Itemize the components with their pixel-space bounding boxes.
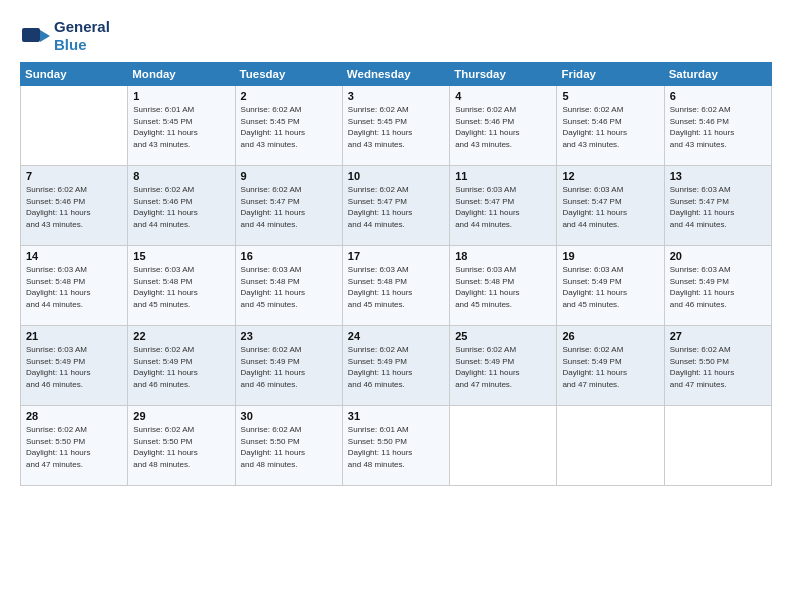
day-number: 20: [670, 250, 766, 262]
day-info: Sunrise: 6:02 AM Sunset: 5:47 PM Dayligh…: [241, 184, 337, 230]
day-info: Sunrise: 6:02 AM Sunset: 5:45 PM Dayligh…: [241, 104, 337, 150]
svg-marker-1: [40, 30, 50, 42]
day-number: 10: [348, 170, 444, 182]
calendar-week-4: 21Sunrise: 6:03 AM Sunset: 5:49 PM Dayli…: [21, 326, 772, 406]
logo-text-general: General: [54, 18, 110, 35]
day-number: 15: [133, 250, 229, 262]
calendar-cell: 22Sunrise: 6:02 AM Sunset: 5:49 PM Dayli…: [128, 326, 235, 406]
day-number: 30: [241, 410, 337, 422]
weekday-header-monday: Monday: [128, 63, 235, 86]
calendar-cell: 3Sunrise: 6:02 AM Sunset: 5:45 PM Daylig…: [342, 86, 449, 166]
weekday-header-thursday: Thursday: [450, 63, 557, 86]
day-number: 8: [133, 170, 229, 182]
day-info: Sunrise: 6:02 AM Sunset: 5:49 PM Dayligh…: [455, 344, 551, 390]
day-info: Sunrise: 6:02 AM Sunset: 5:49 PM Dayligh…: [241, 344, 337, 390]
day-number: 14: [26, 250, 122, 262]
calendar-cell: 18Sunrise: 6:03 AM Sunset: 5:48 PM Dayli…: [450, 246, 557, 326]
logo-text-blue: Blue: [54, 36, 87, 53]
day-number: 16: [241, 250, 337, 262]
calendar-cell: 1Sunrise: 6:01 AM Sunset: 5:45 PM Daylig…: [128, 86, 235, 166]
day-number: 13: [670, 170, 766, 182]
day-info: Sunrise: 6:03 AM Sunset: 5:49 PM Dayligh…: [562, 264, 658, 310]
day-info: Sunrise: 6:03 AM Sunset: 5:48 PM Dayligh…: [348, 264, 444, 310]
calendar-cell: 7Sunrise: 6:02 AM Sunset: 5:46 PM Daylig…: [21, 166, 128, 246]
calendar-cell: 31Sunrise: 6:01 AM Sunset: 5:50 PM Dayli…: [342, 406, 449, 486]
calendar-cell: 8Sunrise: 6:02 AM Sunset: 5:46 PM Daylig…: [128, 166, 235, 246]
day-number: 24: [348, 330, 444, 342]
day-info: Sunrise: 6:02 AM Sunset: 5:50 PM Dayligh…: [26, 424, 122, 470]
calendar-cell: [450, 406, 557, 486]
calendar-cell: 11Sunrise: 6:03 AM Sunset: 5:47 PM Dayli…: [450, 166, 557, 246]
calendar-cell: 14Sunrise: 6:03 AM Sunset: 5:48 PM Dayli…: [21, 246, 128, 326]
calendar-cell: 4Sunrise: 6:02 AM Sunset: 5:46 PM Daylig…: [450, 86, 557, 166]
calendar-cell: 24Sunrise: 6:02 AM Sunset: 5:49 PM Dayli…: [342, 326, 449, 406]
day-number: 3: [348, 90, 444, 102]
calendar-cell: 30Sunrise: 6:02 AM Sunset: 5:50 PM Dayli…: [235, 406, 342, 486]
calendar-cell: 25Sunrise: 6:02 AM Sunset: 5:49 PM Dayli…: [450, 326, 557, 406]
day-number: 12: [562, 170, 658, 182]
calendar-cell: 29Sunrise: 6:02 AM Sunset: 5:50 PM Dayli…: [128, 406, 235, 486]
day-number: 7: [26, 170, 122, 182]
day-number: 21: [26, 330, 122, 342]
day-info: Sunrise: 6:03 AM Sunset: 5:48 PM Dayligh…: [455, 264, 551, 310]
calendar-cell: 9Sunrise: 6:02 AM Sunset: 5:47 PM Daylig…: [235, 166, 342, 246]
day-number: 18: [455, 250, 551, 262]
calendar-cell: 10Sunrise: 6:02 AM Sunset: 5:47 PM Dayli…: [342, 166, 449, 246]
page: General Blue SundayMondayTuesdayWednesda…: [0, 0, 792, 612]
day-number: 5: [562, 90, 658, 102]
calendar-cell: 27Sunrise: 6:02 AM Sunset: 5:50 PM Dayli…: [664, 326, 771, 406]
weekday-header-wednesday: Wednesday: [342, 63, 449, 86]
calendar-cell: 28Sunrise: 6:02 AM Sunset: 5:50 PM Dayli…: [21, 406, 128, 486]
day-info: Sunrise: 6:02 AM Sunset: 5:47 PM Dayligh…: [348, 184, 444, 230]
day-number: 26: [562, 330, 658, 342]
day-number: 1: [133, 90, 229, 102]
calendar-cell: 26Sunrise: 6:02 AM Sunset: 5:49 PM Dayli…: [557, 326, 664, 406]
day-number: 31: [348, 410, 444, 422]
calendar-body: 1Sunrise: 6:01 AM Sunset: 5:45 PM Daylig…: [21, 86, 772, 486]
logo-icon: [20, 20, 52, 52]
day-number: 27: [670, 330, 766, 342]
day-info: Sunrise: 6:02 AM Sunset: 5:50 PM Dayligh…: [133, 424, 229, 470]
calendar-week-1: 1Sunrise: 6:01 AM Sunset: 5:45 PM Daylig…: [21, 86, 772, 166]
day-info: Sunrise: 6:02 AM Sunset: 5:49 PM Dayligh…: [562, 344, 658, 390]
calendar-cell: [21, 86, 128, 166]
calendar-cell: 23Sunrise: 6:02 AM Sunset: 5:49 PM Dayli…: [235, 326, 342, 406]
header: General Blue: [20, 18, 772, 54]
weekday-header-friday: Friday: [557, 63, 664, 86]
logo: General Blue: [20, 18, 110, 54]
calendar-week-2: 7Sunrise: 6:02 AM Sunset: 5:46 PM Daylig…: [21, 166, 772, 246]
day-number: 11: [455, 170, 551, 182]
calendar-cell: 12Sunrise: 6:03 AM Sunset: 5:47 PM Dayli…: [557, 166, 664, 246]
day-number: 4: [455, 90, 551, 102]
day-info: Sunrise: 6:03 AM Sunset: 5:48 PM Dayligh…: [26, 264, 122, 310]
day-number: 25: [455, 330, 551, 342]
day-number: 22: [133, 330, 229, 342]
day-info: Sunrise: 6:03 AM Sunset: 5:47 PM Dayligh…: [562, 184, 658, 230]
day-info: Sunrise: 6:03 AM Sunset: 5:49 PM Dayligh…: [26, 344, 122, 390]
day-info: Sunrise: 6:03 AM Sunset: 5:48 PM Dayligh…: [133, 264, 229, 310]
weekday-header-saturday: Saturday: [664, 63, 771, 86]
day-info: Sunrise: 6:02 AM Sunset: 5:49 PM Dayligh…: [348, 344, 444, 390]
calendar-table: SundayMondayTuesdayWednesdayThursdayFrid…: [20, 62, 772, 486]
calendar-cell: 5Sunrise: 6:02 AM Sunset: 5:46 PM Daylig…: [557, 86, 664, 166]
day-number: 6: [670, 90, 766, 102]
day-info: Sunrise: 6:02 AM Sunset: 5:50 PM Dayligh…: [241, 424, 337, 470]
weekday-header-sunday: Sunday: [21, 63, 128, 86]
day-info: Sunrise: 6:02 AM Sunset: 5:46 PM Dayligh…: [455, 104, 551, 150]
day-info: Sunrise: 6:03 AM Sunset: 5:48 PM Dayligh…: [241, 264, 337, 310]
calendar-cell: [664, 406, 771, 486]
day-info: Sunrise: 6:03 AM Sunset: 5:49 PM Dayligh…: [670, 264, 766, 310]
weekday-header-row: SundayMondayTuesdayWednesdayThursdayFrid…: [21, 63, 772, 86]
day-info: Sunrise: 6:02 AM Sunset: 5:46 PM Dayligh…: [133, 184, 229, 230]
calendar-week-5: 28Sunrise: 6:02 AM Sunset: 5:50 PM Dayli…: [21, 406, 772, 486]
calendar-cell: 21Sunrise: 6:03 AM Sunset: 5:49 PM Dayli…: [21, 326, 128, 406]
calendar-cell: [557, 406, 664, 486]
day-info: Sunrise: 6:02 AM Sunset: 5:46 PM Dayligh…: [670, 104, 766, 150]
day-info: Sunrise: 6:01 AM Sunset: 5:50 PM Dayligh…: [348, 424, 444, 470]
svg-rect-0: [22, 28, 40, 42]
calendar-cell: 6Sunrise: 6:02 AM Sunset: 5:46 PM Daylig…: [664, 86, 771, 166]
calendar-cell: 19Sunrise: 6:03 AM Sunset: 5:49 PM Dayli…: [557, 246, 664, 326]
day-number: 2: [241, 90, 337, 102]
calendar-cell: 17Sunrise: 6:03 AM Sunset: 5:48 PM Dayli…: [342, 246, 449, 326]
day-info: Sunrise: 6:02 AM Sunset: 5:45 PM Dayligh…: [348, 104, 444, 150]
